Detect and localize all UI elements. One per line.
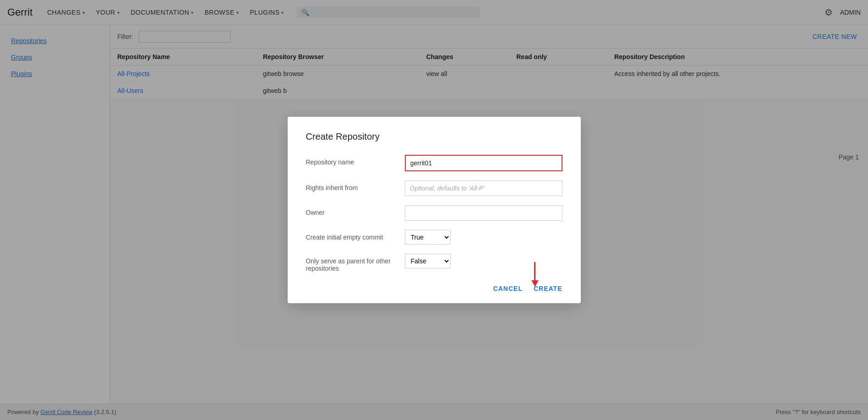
- arrow-line: [534, 262, 535, 280]
- form-row-parent-only: Only serve as parent for other repositor…: [306, 254, 562, 272]
- form-row-owner: Owner: [306, 205, 562, 221]
- field-repo-name: [405, 155, 562, 171]
- repo-name-input[interactable]: [405, 155, 562, 171]
- owner-input[interactable]: [405, 205, 562, 221]
- parent-only-select[interactable]: True False: [405, 254, 451, 268]
- field-rights-inherit: [405, 180, 562, 196]
- field-owner: [405, 205, 562, 221]
- field-label-owner: Owner: [306, 205, 398, 216]
- dialog-actions: CANCEL CREATE: [306, 285, 562, 292]
- create-repository-dialog: Create Repository Repository name Rights…: [288, 117, 581, 303]
- field-label-parent-only: Only serve as parent for other repositor…: [306, 254, 398, 272]
- form-row-rights-inherit: Rights inherit from: [306, 180, 562, 196]
- arrow-head: [531, 280, 539, 287]
- field-label-initial-commit: Create initial empty commit: [306, 230, 398, 241]
- field-parent-only: True False: [405, 254, 562, 268]
- field-label-repo-name: Repository name: [306, 155, 398, 166]
- form-row-repo-name: Repository name: [306, 155, 562, 171]
- form-row-initial-commit: Create initial empty commit True False: [306, 230, 562, 245]
- initial-commit-select[interactable]: True False: [405, 230, 451, 245]
- dialog-title: Create Repository: [306, 131, 562, 142]
- rights-inherit-input[interactable]: [405, 180, 562, 196]
- arrow-indicator: [531, 262, 539, 287]
- field-label-rights-inherit: Rights inherit from: [306, 180, 398, 191]
- modal-overlay[interactable]: Create Repository Repository name Rights…: [0, 0, 868, 420]
- field-initial-commit: True False: [405, 230, 562, 245]
- cancel-button[interactable]: CANCEL: [493, 285, 523, 292]
